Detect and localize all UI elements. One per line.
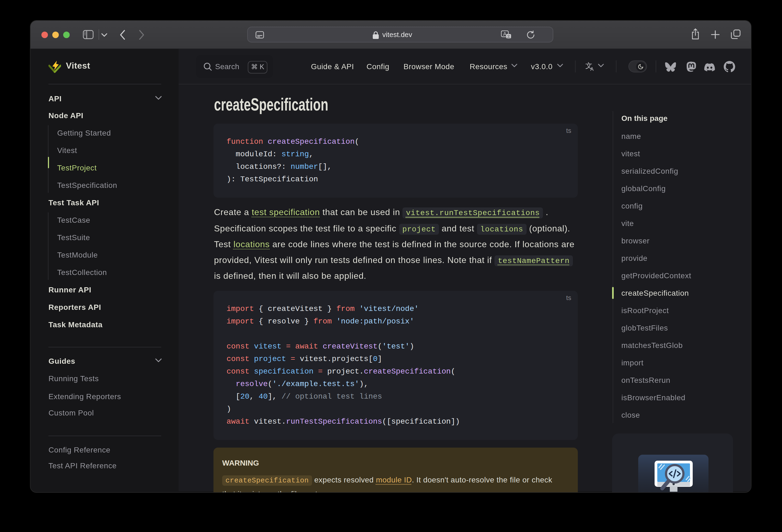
svg-text:A: A <box>590 66 594 71</box>
